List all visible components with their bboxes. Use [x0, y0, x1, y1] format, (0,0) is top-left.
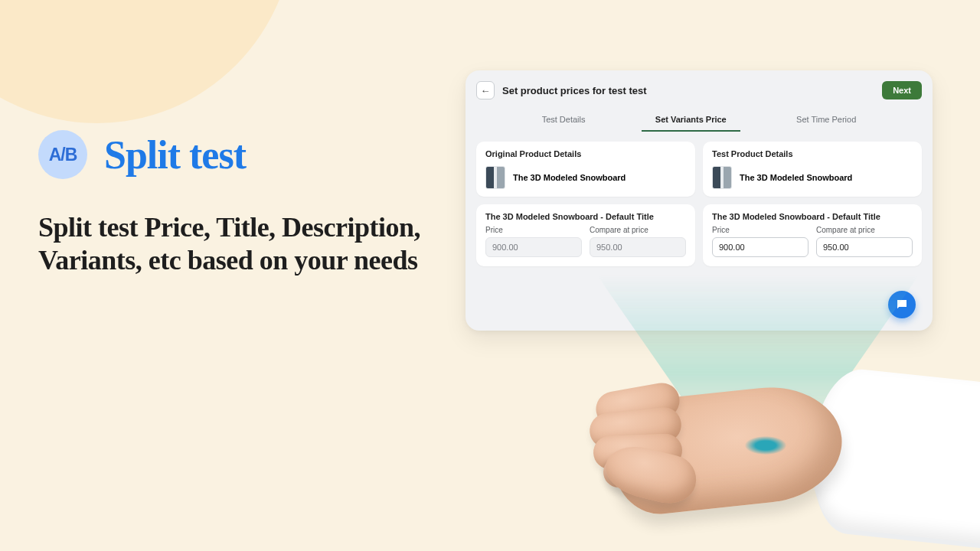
test-variant-title: The 3D Modeled Snowboard - Default Title — [712, 212, 913, 221]
original-price-label: Price — [485, 226, 582, 234]
variant-panels-row: The 3D Modeled Snowboard - Default Title… — [476, 204, 922, 266]
test-compare-label: Compare at price — [816, 226, 913, 234]
original-panel-title: Original Product Details — [485, 149, 686, 158]
projection-dot — [745, 436, 786, 455]
original-compare-label: Compare at price — [590, 226, 686, 234]
window-title: Set product prices for test test — [502, 85, 647, 96]
next-button[interactable]: Next — [882, 81, 922, 99]
hand-illustration — [459, 321, 980, 551]
original-product-panel: Original Product Details The 3D Modeled … — [476, 142, 695, 197]
original-compare-input — [590, 237, 686, 257]
original-product-row: The 3D Modeled Snowboard — [485, 163, 686, 194]
window-header: ← Set product prices for test test Next — [476, 81, 922, 99]
arrow-left-icon: ← — [481, 85, 491, 96]
test-price-input[interactable] — [712, 237, 808, 257]
tab-set-variants-price[interactable]: Set Variants Price — [648, 110, 734, 132]
original-price-input — [485, 237, 582, 257]
tab-test-details[interactable]: Test Details — [534, 110, 593, 132]
page-title: Split test — [104, 132, 246, 178]
page-description: Split test Price, Title, Description, Va… — [38, 211, 421, 277]
original-product-name: The 3D Modeled Snowboard — [513, 173, 626, 182]
test-product-name: The 3D Modeled Snowboard — [740, 173, 852, 182]
tabs: Test Details Set Variants Price Set Time… — [507, 110, 891, 132]
test-product-row: The 3D Modeled Snowboard — [712, 163, 913, 194]
test-panel-title: Test Product Details — [712, 149, 913, 158]
background-blob — [0, 0, 322, 149]
product-thumbnail — [485, 166, 505, 189]
original-variant-title: The 3D Modeled Snowboard - Default Title — [485, 212, 686, 221]
test-compare-input[interactable] — [816, 237, 913, 257]
original-variant-card: The 3D Modeled Snowboard - Default Title… — [476, 204, 695, 266]
tab-set-time-period[interactable]: Set Time Period — [789, 110, 864, 132]
marketing-copy: A/B Split test Split test Price, Title, … — [38, 130, 421, 277]
test-variant-card: The 3D Modeled Snowboard - Default Title… — [703, 204, 922, 266]
product-thumbnail — [712, 166, 732, 189]
back-button[interactable]: ← — [476, 81, 495, 99]
ab-badge: A/B — [38, 130, 87, 179]
product-panels-row: Original Product Details The 3D Modeled … — [476, 142, 922, 197]
test-product-panel: Test Product Details The 3D Modeled Snow… — [703, 142, 922, 197]
test-price-label: Price — [712, 226, 808, 234]
